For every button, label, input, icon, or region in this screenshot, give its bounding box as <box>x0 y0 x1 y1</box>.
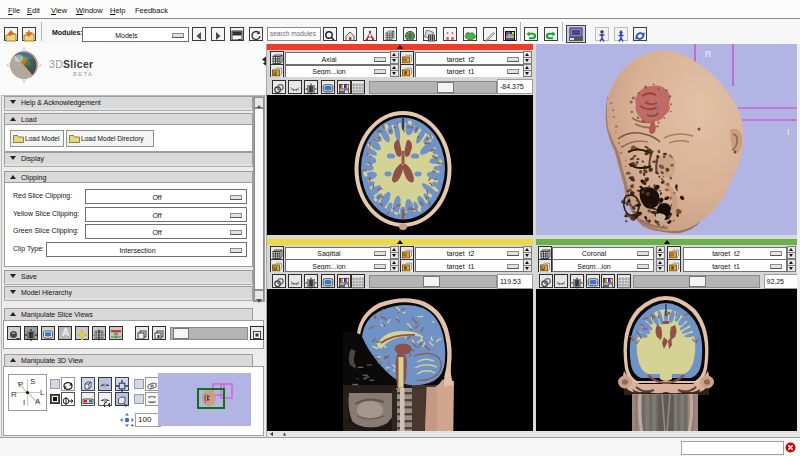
svg-text:R: R <box>11 390 17 399</box>
svg-text:S: S <box>30 377 35 386</box>
svg-text:R: R <box>705 49 712 59</box>
svg-text:A: A <box>35 397 41 406</box>
svg-text:L: L <box>40 388 45 397</box>
svg-text:P: P <box>18 380 23 389</box>
svg-text:I: I <box>23 398 25 407</box>
svg-text:I: I <box>787 127 790 137</box>
